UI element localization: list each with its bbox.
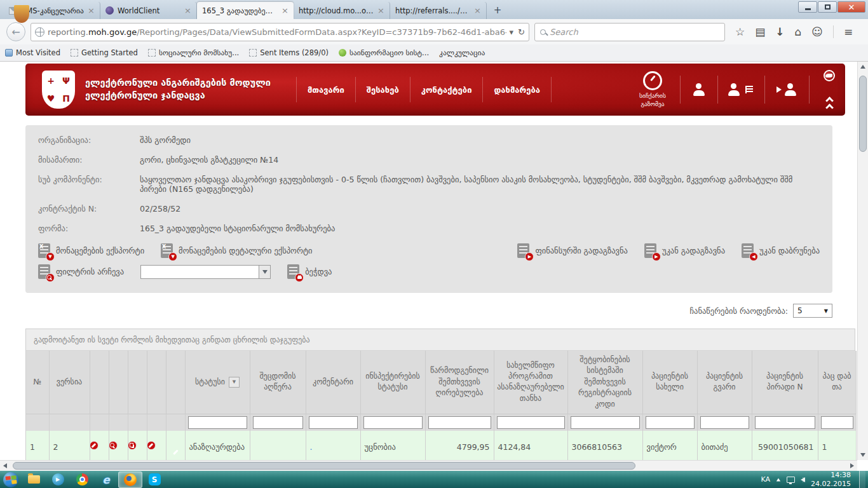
taskbar-ie-button[interactable]: e xyxy=(94,471,118,488)
col-header-registration-code[interactable]: შეტყობინების სისტემაში შემთხვევის რეგისტ… xyxy=(567,351,642,414)
scroll-up-arrow[interactable] xyxy=(858,62,868,72)
taskbar-explorer-button[interactable] xyxy=(22,471,46,488)
tab-close-icon[interactable]: × xyxy=(377,6,384,15)
go-back-button[interactable]: ◀ უკან დაბრუნება xyxy=(742,243,820,258)
volume-tray-icon[interactable] xyxy=(801,477,805,482)
scroll-down-arrow[interactable] xyxy=(858,450,868,460)
nav-home[interactable]: მთავარი xyxy=(296,77,355,102)
close-button[interactable]: ✕ xyxy=(837,1,865,13)
col-header-birthdate-cut[interactable]: პაც დაბ თა xyxy=(818,351,856,414)
vertical-scroll-thumb[interactable] xyxy=(859,76,867,152)
taskbar-media-player-button[interactable]: ▶ xyxy=(46,471,70,488)
menu-icon[interactable]: ≡ xyxy=(844,25,853,38)
col-header-inspection[interactable]: ინსპექტირების სტატუსი xyxy=(360,351,425,414)
col-header-last-name[interactable]: პაციენტის გვარი xyxy=(697,351,752,414)
col-header-status[interactable]: სტატუსი▼ xyxy=(185,351,250,414)
bookmark-social-services[interactable]: სოციალური მომსახუ... xyxy=(148,48,239,57)
tab-cloud[interactable]: http://cloud.mo...obHistory.aspx × xyxy=(294,2,390,19)
tab-worldclient[interactable]: WorldClient × xyxy=(100,2,197,19)
taskbar-chrome-button[interactable] xyxy=(70,471,94,488)
filter-input-birthdate[interactable] xyxy=(821,416,853,429)
new-tab-button[interactable]: + xyxy=(489,3,506,18)
tab-close-icon[interactable]: × xyxy=(88,6,95,15)
records-count-select[interactable]: 5 ▼ xyxy=(793,304,832,318)
nav-about[interactable]: შესახებ xyxy=(355,77,410,102)
filter-input-submitted-cost[interactable] xyxy=(428,416,491,429)
filter-input-inspection[interactable] xyxy=(363,416,423,429)
col-header-first-name[interactable]: პაციენტის სახელი xyxy=(642,351,697,414)
display-tray-icon[interactable] xyxy=(787,477,795,483)
nav-contacts[interactable]: კონტაქტები xyxy=(410,77,483,102)
scroll-right-arrow[interactable] xyxy=(847,463,857,468)
bookmark-info-system[interactable]: საინფორმაციო სისტ... xyxy=(339,48,429,57)
export-data-button[interactable]: ▼ მონაცემების ექსპორტი xyxy=(38,243,144,258)
tab-active-report[interactable]: 165_3 გადაუდებელი სტაციონ... × xyxy=(197,2,294,19)
tab-close-icon[interactable]: × xyxy=(474,6,481,15)
filter-input-first-name[interactable] xyxy=(646,416,695,429)
collapse-chevron-up-icon[interactable] xyxy=(827,98,832,111)
scroll-left-arrow[interactable] xyxy=(0,463,10,468)
send-back-button[interactable]: ▶ უკან გადაგზავნა xyxy=(644,243,725,258)
logout-button[interactable] xyxy=(764,76,810,104)
filter-input-personal-n[interactable] xyxy=(755,416,815,429)
minimize-button[interactable] xyxy=(798,1,817,13)
restore-button[interactable] xyxy=(818,1,837,13)
bookmark-calculation[interactable]: კალკულაცია xyxy=(439,48,485,57)
url-text[interactable]: reporting.moh.gov.ge/Reporting/Pages/Dat… xyxy=(48,27,506,37)
cell-action-view[interactable] xyxy=(109,431,128,463)
cell-action-edit2[interactable] xyxy=(147,431,166,463)
url-bar[interactable]: reporting.moh.gov.ge/Reporting/Pages/Dat… xyxy=(31,23,529,41)
filter-input-last-name[interactable] xyxy=(700,416,749,429)
col-header-version[interactable]: ვერსია xyxy=(49,351,90,414)
vertical-scrollbar[interactable] xyxy=(857,62,868,460)
profile-button[interactable] xyxy=(680,76,717,104)
tab-close-icon[interactable]: × xyxy=(184,6,191,15)
col-header-comment[interactable]: კომენტარი xyxy=(306,351,360,414)
site-identity-globe-icon[interactable] xyxy=(35,27,44,37)
choose-filter-button[interactable]: ფილტრის არჩევა xyxy=(38,264,124,279)
export-detailed-button[interactable]: ▼ მონაცემების დეტალური ექსპორტი xyxy=(161,243,312,258)
reload-icon[interactable]: ↻ xyxy=(518,27,525,37)
tab-close-icon[interactable]: × xyxy=(281,6,288,15)
col-header-submitted-cost[interactable]: წარმოდგენილი შემთხვევის ღირებულება xyxy=(425,351,494,414)
filter-input-registration-code[interactable] xyxy=(571,416,640,429)
taskbar-skype-button[interactable]: S xyxy=(142,471,166,488)
hidden-icons-arrow[interactable] xyxy=(776,478,780,481)
filter-input-comment[interactable] xyxy=(309,416,358,429)
chat-icon[interactable]: ☺ xyxy=(811,25,823,38)
home-icon[interactable]: ⌂ xyxy=(795,25,802,38)
show-desktop-button[interactable] xyxy=(859,471,865,488)
col-header-personal-n[interactable]: პაციენტის პირადი N xyxy=(752,351,818,414)
cell-action-edit[interactable] xyxy=(90,431,109,463)
search-input[interactable] xyxy=(550,27,719,37)
tab-referrals[interactable]: http://referrals..../Pages/List.aspx × xyxy=(390,2,487,19)
horizontal-scrollbar[interactable] xyxy=(0,460,857,471)
taskbar-firefox-button[interactable] xyxy=(118,471,142,488)
horizontal-scroll-thumb[interactable] xyxy=(13,462,635,470)
col-header-state-amount[interactable]: სახელმწიფო პროგრამით ასანაზღაურებელი თან… xyxy=(494,351,567,414)
nav-help[interactable]: დახმარება xyxy=(482,77,551,102)
user-list-button[interactable] xyxy=(717,76,764,104)
col-header-num[interactable]: № xyxy=(26,351,49,414)
bookmarks-panel-icon[interactable]: ▤ xyxy=(755,25,765,38)
status-filter-dropdown[interactable]: ▼ xyxy=(229,377,240,388)
bookmark-star-icon[interactable]: ☆ xyxy=(735,25,745,38)
cell-action-copy[interactable] xyxy=(128,431,147,463)
bookmark-getting-started[interactable]: Getting Started xyxy=(71,48,138,57)
language-globe-icon[interactable] xyxy=(824,70,835,81)
bookmark-most-visited[interactable]: Most Visited xyxy=(5,48,60,57)
filter-input-state-amount[interactable] xyxy=(497,416,565,429)
send-to-financial-button[interactable]: ▶ ფინანსურში გადაგზავნა xyxy=(517,243,627,258)
col-header-error-desc[interactable]: შეცდომის აღწერა xyxy=(250,351,306,414)
search-bar[interactable] xyxy=(534,23,725,41)
back-button[interactable]: ← xyxy=(6,22,25,41)
filter-input-status[interactable] xyxy=(188,416,247,429)
downloads-icon[interactable]: ↓ xyxy=(775,25,784,38)
url-dropdown-icon[interactable]: ▾ xyxy=(510,27,514,37)
filter-input-error-desc[interactable] xyxy=(253,416,303,429)
keyboard-language-indicator[interactable]: KA xyxy=(761,475,770,484)
print-button[interactable]: ბეჭდვა xyxy=(287,264,332,279)
bookmark-sent-items[interactable]: Sent Items (289/0) xyxy=(249,48,329,57)
filter-select-dropdown[interactable] xyxy=(140,265,271,279)
speed-test-button[interactable]: სიჩქარის გაზომვა xyxy=(639,71,666,108)
